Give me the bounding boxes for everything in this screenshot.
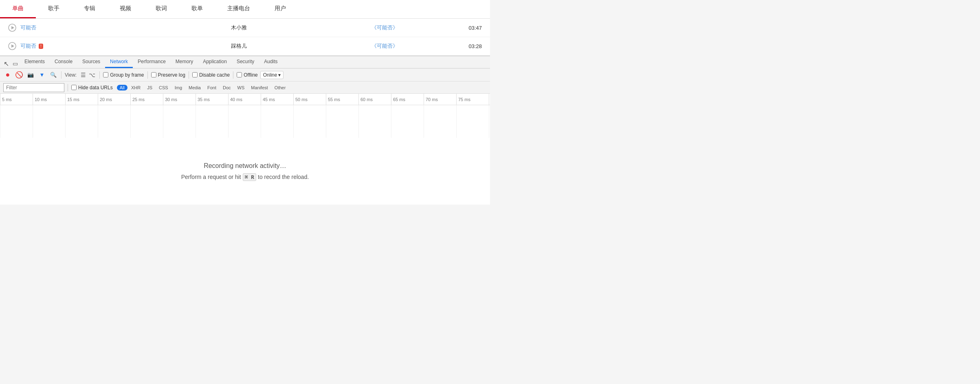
- devtools-tab-elements[interactable]: Elements: [20, 56, 50, 68]
- timeline-cell: [424, 105, 456, 138]
- music-nav-item[interactable]: 单曲: [0, 0, 36, 18]
- devtools-tab-sources[interactable]: Sources: [77, 56, 105, 68]
- ruler-tick: 25 ms: [130, 94, 163, 105]
- devtools-filter-bar: Hide data URLs AllXHRJSCSSImgMediaFontDo…: [0, 82, 490, 94]
- network-empty-title: Recording network activity…: [204, 162, 286, 170]
- ruler-tick: 10 ms: [33, 94, 65, 105]
- svg-marker-3: [11, 44, 14, 48]
- devtools-tab-application[interactable]: Application: [198, 56, 232, 68]
- ruler-tick: 50 ms: [293, 94, 326, 105]
- timeline-cell: [228, 105, 261, 138]
- preserve-log-checkbox-label[interactable]: Preserve log: [151, 72, 185, 78]
- filter-type-ws[interactable]: WS: [235, 85, 248, 90]
- online-dropdown[interactable]: Online ▾: [260, 71, 284, 79]
- filter-type-css[interactable]: CSS: [156, 85, 171, 90]
- devtools-toolbar: ● 🚫 📷 ▼ 🔍 View: ☰ ⌥ Group by frame Prese…: [0, 68, 490, 82]
- offline-label: Offline: [244, 72, 257, 78]
- timeline-cell: [163, 105, 196, 138]
- group-by-frame-label: Group by frame: [110, 72, 144, 78]
- devtools-tab-audits[interactable]: Audits: [259, 56, 282, 68]
- online-dropdown-arrow: ▾: [278, 72, 281, 78]
- song-artist: 木小雅: [166, 24, 312, 31]
- song-row: 可能否!踩格儿《可能否》03:28: [0, 37, 490, 55]
- error-badge: !: [39, 44, 43, 49]
- song-duration: 03:28: [457, 43, 482, 49]
- music-nav-item[interactable]: 视频: [108, 0, 143, 18]
- music-nav-item[interactable]: 歌单: [179, 0, 215, 18]
- select-element-icon[interactable]: ↖: [2, 59, 11, 68]
- filter-type-all[interactable]: All: [117, 85, 127, 90]
- ruler-tick: 30 ms: [163, 94, 196, 105]
- offline-checkbox[interactable]: [237, 72, 242, 77]
- preserve-log-label: Preserve log: [158, 72, 185, 78]
- screenshot-button[interactable]: 📷: [26, 71, 35, 79]
- devtools-panel: ↖ ▭ ElementsConsoleSourcesNetworkPerform…: [0, 56, 490, 205]
- timeline-cell: [358, 105, 391, 138]
- music-nav-item[interactable]: 专辑: [72, 0, 108, 18]
- ruler-tick: 60 ms: [358, 94, 391, 105]
- record-button[interactable]: ●: [3, 71, 12, 79]
- music-nav-item[interactable]: 主播电台: [215, 0, 262, 18]
- filter-type-media[interactable]: Media: [186, 85, 204, 90]
- hide-data-urls-checkbox[interactable]: [71, 85, 77, 90]
- hide-data-urls-text: Hide data URLs: [78, 85, 113, 90]
- group-by-frame-checkbox-label[interactable]: Group by frame: [103, 72, 144, 78]
- timeline-ruler: 5 ms10 ms15 ms20 ms25 ms30 ms35 ms40 ms4…: [0, 94, 490, 105]
- disable-cache-label: Disable cache: [199, 72, 230, 78]
- separator: [61, 71, 62, 79]
- timeline-cell: [65, 105, 98, 138]
- separator2: [99, 71, 100, 79]
- list-view-icon[interactable]: ☰: [79, 71, 87, 79]
- network-empty-subtitle: Perform a request or hit ⌘ R to record t…: [181, 174, 309, 180]
- timeline-cell: [261, 105, 293, 138]
- devtools-tab-network[interactable]: Network: [105, 56, 133, 68]
- hide-data-urls-label[interactable]: Hide data URLs: [71, 85, 113, 90]
- song-album[interactable]: 《可能否》: [312, 42, 457, 50]
- preserve-log-checkbox[interactable]: [151, 72, 156, 77]
- song-album[interactable]: 《可能否》: [312, 24, 457, 31]
- music-nav-item[interactable]: 歌手: [36, 0, 72, 18]
- clear-button[interactable]: 🚫: [15, 71, 24, 79]
- song-duration: 03:47: [457, 25, 482, 31]
- song-title[interactable]: 可能否!: [20, 42, 166, 50]
- group-by-frame-checkbox[interactable]: [103, 72, 108, 77]
- devtools-tab-console[interactable]: Console: [50, 56, 77, 68]
- devtools-tab-performance[interactable]: Performance: [133, 56, 171, 68]
- online-label: Online: [263, 72, 277, 78]
- timeline-grid: [0, 105, 490, 138]
- play-button[interactable]: [8, 24, 16, 32]
- timeline-cell: [130, 105, 163, 138]
- view-label: View:: [65, 72, 77, 78]
- ruler-tick: 35 ms: [196, 94, 228, 105]
- song-title[interactable]: 可能否: [20, 24, 166, 31]
- devtools-tabs-bar: ↖ ▭ ElementsConsoleSourcesNetworkPerform…: [0, 56, 490, 68]
- filter-type-xhr[interactable]: XHR: [128, 85, 143, 90]
- filter-type-js[interactable]: JS: [144, 85, 155, 90]
- devtools-tab-security[interactable]: Security: [232, 56, 259, 68]
- ruler-tick: 75 ms: [456, 94, 489, 105]
- filter-type-other[interactable]: Other: [272, 85, 289, 90]
- devtools-tab-memory[interactable]: Memory: [171, 56, 198, 68]
- timeline-cell: [391, 105, 424, 138]
- search-icon-button[interactable]: 🔍: [49, 71, 58, 79]
- disable-cache-checkbox[interactable]: [192, 72, 198, 77]
- filter-sep: [68, 84, 68, 91]
- timeline-cell: [33, 105, 65, 138]
- filter-type-doc[interactable]: Doc: [220, 85, 234, 90]
- filter-type-manifest[interactable]: Manifest: [248, 85, 271, 90]
- disable-cache-checkbox-label[interactable]: Disable cache: [192, 72, 230, 78]
- ruler-tick: 40 ms: [228, 94, 261, 105]
- separator4: [189, 71, 189, 79]
- empty-sub-text1: Perform a request or hit: [181, 174, 241, 180]
- music-nav-item[interactable]: 用户: [262, 0, 298, 18]
- device-toggle-icon[interactable]: ▭: [11, 59, 20, 68]
- music-nav-item[interactable]: 歌词: [143, 0, 179, 18]
- offline-checkbox-label[interactable]: Offline: [237, 72, 257, 78]
- filter-type-font[interactable]: Font: [204, 85, 219, 90]
- waterfall-view-icon[interactable]: ⌥: [88, 71, 96, 79]
- filter-icon-button[interactable]: ▼: [37, 71, 46, 79]
- filter-input[interactable]: [3, 83, 64, 92]
- empty-sub-text2: to record the reload.: [258, 174, 309, 180]
- filter-type-img[interactable]: Img: [172, 85, 185, 90]
- play-button[interactable]: [8, 42, 16, 50]
